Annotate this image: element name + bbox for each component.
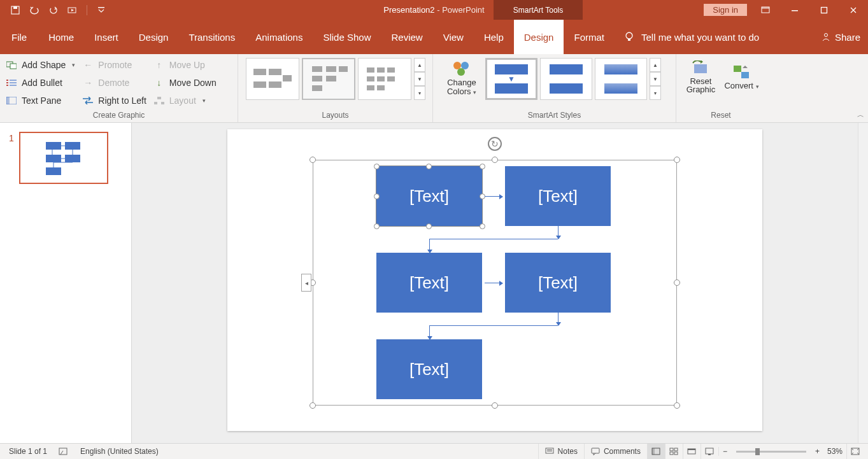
layout-option-1[interactable] xyxy=(246,58,299,100)
slide-thumbnail-1[interactable] xyxy=(19,132,108,184)
ribbon-display-options-icon[interactable] xyxy=(751,0,780,20)
layout-option-2-selected[interactable] xyxy=(302,58,355,100)
change-colors-button[interactable]: Change Colors ▾ xyxy=(439,57,484,97)
text-pane-button[interactable]: Text Pane xyxy=(6,94,75,108)
connector-line xyxy=(429,239,558,239)
styles-more-icon[interactable]: ▾ xyxy=(650,86,661,100)
slideshow-view-icon[interactable] xyxy=(701,444,718,460)
zoom-percent[interactable]: 53% xyxy=(827,447,843,456)
status-bar: Slide 1 of 1 English (United States) Not… xyxy=(0,443,868,459)
styles-down-icon[interactable]: ▼ xyxy=(650,72,661,86)
start-from-beginning-icon[interactable] xyxy=(65,3,80,18)
rotate-handle-icon[interactable] xyxy=(488,137,502,151)
collapse-ribbon-icon[interactable]: ︿ xyxy=(857,110,864,120)
resize-handle-n[interactable] xyxy=(492,157,498,163)
shape-handle[interactable] xyxy=(374,164,380,169)
tab-file[interactable]: File xyxy=(0,20,38,54)
share-button[interactable]: Share xyxy=(821,20,860,54)
customize-qat-icon[interactable] xyxy=(94,3,109,18)
normal-view-icon[interactable] xyxy=(647,444,665,460)
tab-home[interactable]: Home xyxy=(38,20,84,54)
tab-smartart-format[interactable]: Format xyxy=(564,20,615,54)
svg-rect-9 xyxy=(628,39,630,41)
slide-canvas-area[interactable]: ◂ [Text] [Text] [Text] [Text] [Text] xyxy=(132,123,858,443)
tab-review[interactable]: Review xyxy=(381,20,432,54)
text-pane-toggle-icon[interactable]: ◂ xyxy=(301,274,311,292)
svg-rect-68 xyxy=(708,454,711,455)
style-option-3[interactable] xyxy=(595,58,647,100)
styles-up-icon[interactable]: ▲ xyxy=(650,58,661,72)
smartart-node-3[interactable]: [Text] xyxy=(376,253,482,313)
tab-slideshow[interactable]: Slide Show xyxy=(313,20,381,54)
convert-button[interactable]: Convert ▾ xyxy=(724,57,759,94)
style-option-2[interactable] xyxy=(540,58,592,100)
shape-handle[interactable] xyxy=(374,223,380,229)
reset-graphic-button[interactable]: Reset Graphic xyxy=(683,57,719,94)
fit-to-window-icon[interactable] xyxy=(846,444,863,460)
tab-design[interactable]: Design xyxy=(129,20,179,54)
tab-insert[interactable]: Insert xyxy=(84,20,129,54)
svg-rect-47 xyxy=(734,66,741,72)
move-down-button[interactable]: ↓Move Down xyxy=(154,76,217,90)
tab-smartart-design[interactable]: Design xyxy=(514,20,564,54)
maximize-icon[interactable] xyxy=(809,0,839,20)
redo-icon[interactable] xyxy=(46,3,61,18)
resize-handle-sw[interactable] xyxy=(309,402,316,409)
resize-handle-e[interactable] xyxy=(674,279,680,286)
gallery-more-icon[interactable]: ▾ xyxy=(414,86,425,100)
right-to-left-button[interactable]: Right to Left xyxy=(83,94,146,108)
zoom-out-icon[interactable]: − xyxy=(723,447,727,456)
smartart-node-2[interactable]: [Text] xyxy=(505,166,611,226)
arrow-down-icon: ↓ xyxy=(154,78,164,88)
slide-thumbnail-panel[interactable]: 1 xyxy=(0,123,132,443)
shape-handle[interactable] xyxy=(374,194,380,199)
notes-button[interactable]: Notes xyxy=(538,444,584,460)
language-button[interactable]: English (United States) xyxy=(80,447,159,456)
shape-handle[interactable] xyxy=(426,164,432,169)
slide-canvas[interactable]: ◂ [Text] [Text] [Text] [Text] [Text] xyxy=(227,129,762,431)
add-shape-button[interactable]: Add Shape▾ xyxy=(6,58,75,72)
resize-handle-nw[interactable] xyxy=(309,157,316,163)
smartart-node-1[interactable]: [Text] xyxy=(376,166,482,226)
tab-view[interactable]: View xyxy=(433,20,474,54)
shape-handle[interactable] xyxy=(426,223,432,229)
spellcheck-icon[interactable] xyxy=(59,447,69,456)
slide-sorter-view-icon[interactable] xyxy=(665,444,683,460)
zoom-in-icon[interactable]: + xyxy=(815,447,820,456)
undo-icon[interactable] xyxy=(27,3,42,18)
contextual-tab-label: SmartArt Tools xyxy=(494,0,583,20)
comments-button[interactable]: Comments xyxy=(584,444,647,460)
layouts-gallery[interactable]: ▲ ▼ ▾ xyxy=(245,57,426,101)
close-icon[interactable] xyxy=(839,0,868,20)
tab-transitions[interactable]: Transitions xyxy=(178,20,245,54)
resize-handle-se[interactable] xyxy=(674,402,680,409)
minimize-icon[interactable] xyxy=(780,0,809,20)
reading-view-icon[interactable] xyxy=(683,444,701,460)
reset-graphic-icon xyxy=(692,60,709,76)
svg-rect-54 xyxy=(59,448,67,455)
shape-handle[interactable] xyxy=(480,164,485,169)
tab-help[interactable]: Help xyxy=(474,20,514,54)
arrow-left-icon: ← xyxy=(83,60,93,70)
zoom-slider-handle[interactable] xyxy=(755,448,760,455)
gallery-down-icon[interactable]: ▼ xyxy=(414,72,425,86)
svg-rect-32 xyxy=(312,76,322,81)
add-bullet-button[interactable]: Add Bullet xyxy=(6,76,75,90)
shape-handle[interactable] xyxy=(480,223,485,229)
svg-rect-41 xyxy=(367,85,374,90)
tell-me-search[interactable]: Tell me what you want to do xyxy=(623,20,759,54)
gallery-up-icon[interactable]: ▲ xyxy=(414,58,425,72)
vertical-scrollbar[interactable] xyxy=(858,123,868,443)
style-option-1-selected[interactable]: ▼ xyxy=(485,58,537,100)
styles-gallery[interactable]: ▼ ▲ ▼ ▾ xyxy=(484,57,661,101)
layout-option-3[interactable] xyxy=(358,58,411,100)
smartart-node-4[interactable]: [Text] xyxy=(505,253,611,313)
smartart-node-5[interactable]: [Text] xyxy=(376,339,482,399)
resize-handle-s[interactable] xyxy=(492,402,498,409)
tab-animations[interactable]: Animations xyxy=(245,20,313,54)
zoom-slider[interactable] xyxy=(736,451,806,453)
save-icon[interactable] xyxy=(8,3,23,18)
resize-handle-ne[interactable] xyxy=(674,157,680,163)
smartart-graphic[interactable]: ◂ [Text] [Text] [Text] [Text] [Text] xyxy=(313,160,677,406)
sign-in-button[interactable]: Sign in xyxy=(704,4,747,16)
